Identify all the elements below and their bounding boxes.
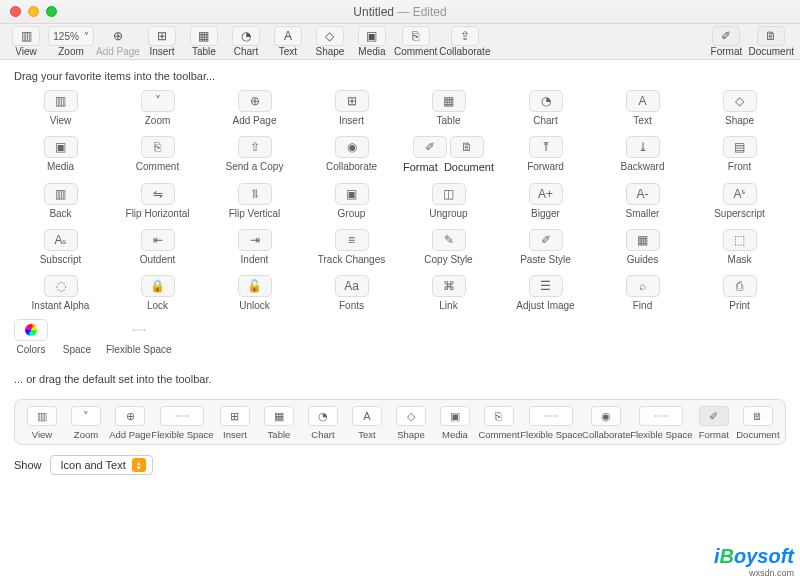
p-media[interactable]: ▣Media xyxy=(14,136,107,173)
toolbar-collaborate[interactable]: ⇪ Collaborate xyxy=(439,24,490,59)
d-document[interactable]: 🗎Document xyxy=(739,406,777,440)
view-icon: ▥ xyxy=(12,26,40,46)
d-zoom[interactable]: ˅Zoom xyxy=(67,406,105,440)
toolbar-text[interactable]: A Text xyxy=(268,24,308,59)
p-space[interactable]: Space xyxy=(60,319,94,355)
toolbar-comment[interactable]: ⎘ Comment xyxy=(394,24,437,59)
d-flexspace-3[interactable]: Flexible Space xyxy=(634,406,689,440)
toolbar-label: Table xyxy=(192,46,216,57)
d-comment[interactable]: ⎘Comment xyxy=(480,406,518,440)
toolbar-label: Insert xyxy=(149,46,174,57)
toolbar-media[interactable]: ▣ Media xyxy=(352,24,392,59)
p-print[interactable]: ⎙Print xyxy=(693,275,786,311)
show-mode-select[interactable]: Icon and Text ▴▾ xyxy=(50,455,153,475)
lock-icon: 🔒 xyxy=(141,275,175,297)
p-link[interactable]: ⌘Link xyxy=(402,275,495,311)
mask-icon: ⬚ xyxy=(723,229,757,251)
p-fonts[interactable]: AaFonts xyxy=(305,275,398,311)
comment-icon: ⎘ xyxy=(484,406,514,426)
chart-icon: ◔ xyxy=(308,406,338,426)
toolbar-shape[interactable]: ◇ Shape xyxy=(310,24,350,59)
collaborate-icon: ◉ xyxy=(591,406,621,426)
p-flip-v[interactable]: ⥮Flip Vertical xyxy=(208,183,301,219)
window-title: Untitled — Edited xyxy=(0,5,800,19)
main-toolbar: ▥ View 125% ˅ Zoom ⊕ Add Page ⊞ Insert ▦… xyxy=(0,24,800,60)
p-unlock[interactable]: 🔓Unlock xyxy=(208,275,301,311)
p-subscript[interactable]: AₛSubscript xyxy=(14,229,107,265)
p-shape[interactable]: ◇Shape xyxy=(693,90,786,126)
toolbar-table[interactable]: ▦ Table xyxy=(184,24,224,59)
p-mask[interactable]: ⬚Mask xyxy=(693,229,786,265)
d-insert[interactable]: ⊞Insert xyxy=(216,406,254,440)
toolbar-label: Media xyxy=(358,46,385,57)
flexible-space-icon xyxy=(132,319,146,341)
p-send-copy[interactable]: ⇧Send a Copy xyxy=(208,136,301,173)
d-chart[interactable]: ◔Chart xyxy=(304,406,342,440)
d-format[interactable]: ✐Format xyxy=(695,406,733,440)
toolbar-zoom[interactable]: 125% ˅ Zoom xyxy=(48,24,94,59)
toolbar-label: Text xyxy=(279,46,297,57)
document-icon: 🗎 xyxy=(757,26,785,46)
toolbar-format[interactable]: ✐ Format xyxy=(706,24,746,59)
copy-style-icon: ✎ xyxy=(432,229,466,251)
p-bigger[interactable]: A+Bigger xyxy=(499,183,592,219)
p-outdent[interactable]: ⇤Outdent xyxy=(111,229,204,265)
p-group[interactable]: ▣Group xyxy=(305,183,398,219)
collaborate-icon: ◉ xyxy=(335,136,369,158)
format-icon: ✐ xyxy=(712,26,740,46)
p-table[interactable]: ▦Table xyxy=(402,90,495,126)
p-colors[interactable]: Colors xyxy=(14,319,48,355)
p-back[interactable]: ▥Back xyxy=(14,183,107,219)
d-flexspace-1[interactable]: Flexible Space xyxy=(155,406,210,440)
p-superscript[interactable]: AˢSuperscript xyxy=(693,183,786,219)
forward-icon: ⤒ xyxy=(529,136,563,158)
p-collaborate[interactable]: ◉Collaborate xyxy=(305,136,398,173)
p-zoom[interactable]: ˅Zoom xyxy=(111,90,204,126)
p-ungroup[interactable]: ◫Ungroup xyxy=(402,183,495,219)
p-find[interactable]: ⌕Find xyxy=(596,275,689,311)
toolbar-view[interactable]: ▥ View xyxy=(6,24,46,59)
toolbar-document[interactable]: 🗎 Document xyxy=(748,24,794,59)
p-smaller[interactable]: A-Smaller xyxy=(596,183,689,219)
p-format-document[interactable]: ✐ 🗎 Format Document xyxy=(402,136,495,173)
p-flip-h[interactable]: ⇋Flip Horizontal xyxy=(111,183,204,219)
p-track-changes[interactable]: ≡Track Changes xyxy=(305,229,398,265)
p-add-page[interactable]: ⊕Add Page xyxy=(208,90,301,126)
d-table[interactable]: ▦Table xyxy=(260,406,298,440)
p-comment[interactable]: ⎘Comment xyxy=(111,136,204,173)
flexible-space-icon xyxy=(529,406,573,426)
d-view[interactable]: ▥View xyxy=(23,406,61,440)
p-view[interactable]: ▥View xyxy=(14,90,107,126)
d-add-page[interactable]: ⊕Add Page xyxy=(111,406,149,440)
toolbar-label: Format xyxy=(711,46,743,57)
d-shape[interactable]: ◇Shape xyxy=(392,406,430,440)
p-text[interactable]: AText xyxy=(596,90,689,126)
p-indent[interactable]: ⇥Indent xyxy=(208,229,301,265)
d-collaborate[interactable]: ◉Collaborate xyxy=(585,406,628,440)
p-paste-style[interactable]: ✐Paste Style xyxy=(499,229,592,265)
p-insert[interactable]: ⊞Insert xyxy=(305,90,398,126)
find-icon: ⌕ xyxy=(626,275,660,297)
p-flexible-space[interactable]: Flexible Space xyxy=(106,319,172,355)
toolbar-insert[interactable]: ⊞ Insert xyxy=(142,24,182,59)
toolbar-chart[interactable]: ◔ Chart xyxy=(226,24,266,59)
p-lock[interactable]: 🔒Lock xyxy=(111,275,204,311)
toolbar-add-page[interactable]: ⊕ Add Page xyxy=(96,24,140,59)
d-flexspace-2[interactable]: Flexible Space xyxy=(524,406,579,440)
subscript-icon: Aₛ xyxy=(44,229,78,251)
p-forward[interactable]: ⤒Forward xyxy=(499,136,592,173)
print-icon: ⎙ xyxy=(723,275,757,297)
p-adjust-image[interactable]: ☰Adjust Image xyxy=(499,275,592,311)
p-guides[interactable]: ▦Guides xyxy=(596,229,689,265)
p-front[interactable]: ▤Front xyxy=(693,136,786,173)
p-chart[interactable]: ◔Chart xyxy=(499,90,592,126)
d-text[interactable]: AText xyxy=(348,406,386,440)
guides-icon: ▦ xyxy=(626,229,660,251)
d-media[interactable]: ▣Media xyxy=(436,406,474,440)
format-icon: ✐ xyxy=(413,136,447,158)
p-instant-alpha[interactable]: ◌Instant Alpha xyxy=(14,275,107,311)
default-set[interactable]: ▥View ˅Zoom ⊕Add Page Flexible Space ⊞In… xyxy=(14,399,786,445)
p-copy-style[interactable]: ✎Copy Style xyxy=(402,229,495,265)
view-icon: ▥ xyxy=(44,90,78,112)
p-backward[interactable]: ⤓Backward xyxy=(596,136,689,173)
